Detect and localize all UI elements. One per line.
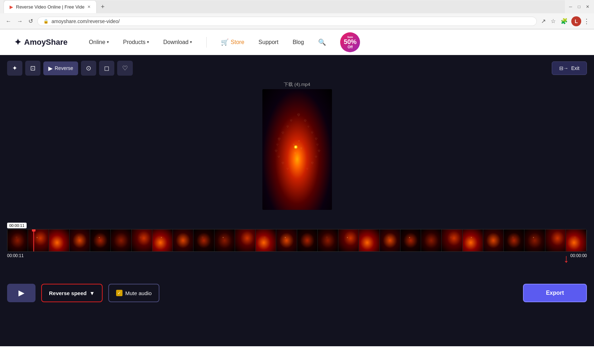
star-icon[interactable]: ☆: [549, 16, 557, 26]
timeline-frame: [483, 229, 504, 251]
reverse-label: Reverse: [55, 65, 73, 71]
heart-tool-button[interactable]: ♡: [117, 61, 133, 76]
timeline-frame: ♡: [442, 229, 462, 251]
tab-bar: ▶ Reverse Video Online | Free Vide ✕ +: [4, 0, 565, 13]
crop-icon: ⊡: [30, 64, 36, 72]
crop-tool-button[interactable]: ⊡: [25, 61, 40, 76]
chevron-down-icon: ▾: [107, 40, 109, 44]
timeline-frame: ♡: [7, 229, 28, 251]
new-tab-button[interactable]: +: [98, 3, 108, 11]
nav-item-download[interactable]: Download ▾: [163, 39, 192, 45]
timeline-strip[interactable]: ♡✦♡✦♡✦♡✦♡✦♡✦♡✦♡✦♡✦♡: [7, 229, 587, 252]
window-controls: ─ □ ✕: [568, 4, 590, 10]
timeline-frame: ✦: [28, 229, 49, 251]
timeline-labels: 00:00:11 ↓ 00:00:00: [7, 253, 587, 258]
timeline-frame: [235, 229, 256, 251]
address-text: amoyshare.com/reverse-video/: [51, 18, 531, 24]
back-button[interactable]: ←: [4, 17, 13, 26]
browser-toolbar: ↗ ☆ 🧩 L ⋮: [540, 16, 590, 26]
timeline-frame: ♡: [132, 229, 152, 251]
sale-percent: 50%: [344, 39, 356, 45]
bottom-controls: ▶ Reverse speed ▼ ✓ Mute audio Export: [0, 278, 594, 308]
timeline-end-time: 00:00:00: [570, 253, 587, 258]
forward-button[interactable]: →: [16, 17, 24, 26]
profile-avatar[interactable]: L: [571, 16, 581, 26]
sale-off: Off: [348, 45, 353, 49]
browser-menu-button[interactable]: ⋮: [583, 17, 590, 25]
nav-item-support[interactable]: Support: [258, 39, 278, 45]
glow-center: [294, 145, 298, 149]
chevron-down-icon: ▼: [89, 290, 95, 296]
video-preview-area: 下载 (4).mp4 ♡ ♡ ♡ ♡ ♡ ♡ ♡ ♡ ♡ ♡ ♡: [0, 81, 594, 210]
timeline-frame: ♡: [504, 229, 524, 251]
timeline-area: 00:00:11 ♡✦♡✦♡✦♡✦♡✦♡✦♡✦♡✦♡✦♡ 00:00:11 ↓ …: [0, 217, 594, 265]
tab-favicon: ▶: [10, 4, 13, 10]
blog-label: Blog: [293, 39, 304, 45]
exit-button[interactable]: ⊟→ Exit: [552, 61, 587, 75]
extension-icon[interactable]: 🧩: [559, 16, 569, 26]
timeline-frame: ✦: [400, 229, 421, 251]
chevron-down-icon: ▾: [190, 40, 192, 44]
screenshot-tool-button[interactable]: ⊙: [81, 61, 96, 76]
timeline-frame: ✦: [152, 229, 173, 251]
reverse-tool-button[interactable]: ▶ Reverse: [43, 61, 78, 75]
screenshot-icon: ⊙: [86, 64, 91, 72]
timeline-frame: [173, 229, 194, 251]
reverse-play-icon: ▶: [48, 65, 53, 72]
active-tab[interactable]: ▶ Reverse Video Online | Free Vide ✕: [4, 0, 97, 13]
logo[interactable]: ✦ AmoyShare: [14, 37, 67, 47]
camera-tool-button[interactable]: ◻: [99, 61, 114, 76]
nav-divider: [206, 37, 207, 48]
refresh-button[interactable]: ↺: [27, 16, 34, 26]
share-icon[interactable]: ↗: [540, 16, 547, 26]
search-button[interactable]: 🔍: [318, 38, 326, 46]
video-thumbnail: ♡ ♡ ♡ ♡ ♡ ♡ ♡ ♡ ♡ ♡ ♡ ♡ ♡ ♡ ♡ ♡ ♡: [262, 89, 332, 210]
timeline-frame: ♡: [318, 229, 338, 251]
timeline-frame: ✦: [276, 229, 297, 251]
support-label: Support: [258, 39, 278, 45]
mute-checkbox: ✓: [116, 290, 122, 296]
editor-area: ✦ ⊡ ▶ Reverse ⊙ ◻ ♡ ⊟→ Exit 下载 (4).mp4: [0, 55, 594, 346]
playhead: [33, 229, 34, 251]
timeline-frame: ♡: [256, 229, 276, 251]
cart-icon: 🛒: [221, 38, 229, 46]
timeline-frame: ♡: [194, 229, 214, 251]
timeline-frame: [421, 229, 442, 251]
chevron-down-icon: ▾: [147, 40, 149, 44]
nav-item-blog[interactable]: Blog: [293, 39, 304, 45]
site-header: ✦ AmoyShare Online ▾ Products ▾ Download…: [0, 29, 594, 55]
nav-item-store[interactable]: 🛒 Store: [221, 38, 244, 46]
export-button[interactable]: Export: [523, 284, 587, 302]
mute-audio-button[interactable]: ✓ Mute audio: [108, 284, 159, 302]
current-time-display: 00:00:11: [7, 223, 27, 228]
timeline-frame: ✦: [214, 229, 235, 251]
timeline-start-time: 00:00:11: [7, 253, 24, 258]
nav-item-online[interactable]: Online ▾: [89, 39, 109, 45]
exit-label: Exit: [571, 65, 579, 71]
nav-item-products[interactable]: Products ▾: [123, 39, 149, 45]
timeline-frame: ✦: [338, 229, 359, 251]
nav-products-label: Products: [123, 39, 146, 45]
close-button[interactable]: ✕: [585, 4, 590, 10]
browser-nav: ← → ↺ 🔒 amoyshare.com/reverse-video/ ↗ ☆…: [0, 13, 594, 29]
timeline-frame: [111, 229, 131, 251]
editor-toolbar: ✦ ⊡ ▶ Reverse ⊙ ◻ ♡ ⊟→ Exit: [0, 55, 594, 81]
logo-text: AmoyShare: [24, 38, 67, 47]
timeline-frame: [49, 229, 70, 251]
play-button[interactable]: ▶: [7, 284, 36, 302]
address-bar[interactable]: 🔒 amoyshare.com/reverse-video/: [37, 17, 537, 26]
magic-tool-button[interactable]: ✦: [7, 61, 22, 76]
export-label: Export: [546, 290, 564, 296]
tab-close-button[interactable]: ✕: [87, 5, 91, 9]
lock-icon: 🔒: [43, 19, 49, 24]
timeline-frame: [359, 229, 380, 251]
profile-letter: L: [575, 18, 578, 24]
sale-badge[interactable]: Sale 50% Off: [340, 32, 360, 52]
reverse-speed-button[interactable]: Reverse speed ▼: [41, 284, 103, 302]
timeline-frame: ♡: [566, 229, 587, 251]
timeline-frame: [545, 229, 566, 251]
minimize-button[interactable]: ─: [568, 4, 573, 10]
maximize-button[interactable]: □: [576, 4, 582, 10]
store-label: Store: [231, 39, 244, 45]
camera-icon: ◻: [104, 64, 109, 72]
